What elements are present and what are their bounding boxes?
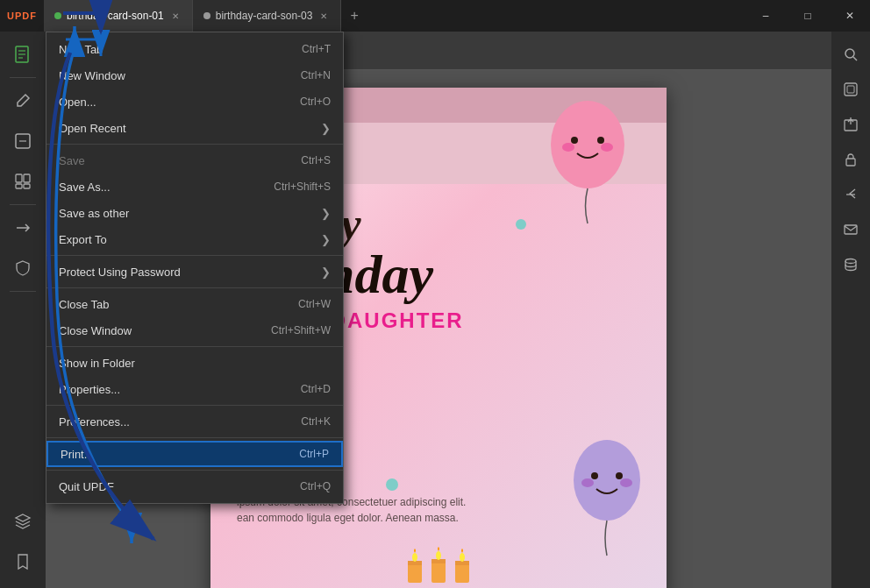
svg-rect-9 bbox=[24, 184, 30, 188]
menu-item-save-as-label: Save As... bbox=[59, 181, 274, 194]
tab-indicator-1 bbox=[54, 12, 61, 19]
svg-point-12 bbox=[597, 137, 604, 144]
menu-item-properties[interactable]: Properties... Ctrl+D bbox=[46, 376, 343, 402]
svg-point-36 bbox=[845, 259, 856, 264]
svg-line-30 bbox=[853, 57, 857, 60]
maximize-button[interactable]: □ bbox=[788, 0, 828, 32]
file-dropdown: New Tab Ctrl+T New Window Ctrl+N Open...… bbox=[46, 32, 344, 504]
svg-rect-7 bbox=[24, 174, 30, 182]
menu-item-close-window[interactable]: Close Window Ctrl+Shift+W bbox=[46, 317, 343, 344]
svg-point-18 bbox=[581, 478, 594, 487]
menu-item-open-recent-arrow: ❯ bbox=[321, 122, 331, 135]
menu-item-new-tab[interactable]: New Tab Ctrl+T bbox=[46, 36, 343, 62]
right-icon-ocr[interactable] bbox=[835, 74, 866, 105]
svg-point-10 bbox=[551, 101, 624, 188]
menu-divider-1 bbox=[46, 144, 343, 145]
menu-item-save[interactable]: Save Ctrl+S bbox=[46, 147, 343, 174]
menu-item-new-tab-shortcut: Ctrl+T bbox=[302, 43, 331, 55]
candles-area bbox=[403, 543, 474, 587]
menu-item-quit-shortcut: Ctrl+Q bbox=[300, 480, 331, 492]
menu-item-preferences-label: Preferences... bbox=[59, 415, 301, 429]
left-sidebar bbox=[0, 32, 46, 588]
svg-point-13 bbox=[562, 143, 574, 152]
menu-item-preferences-shortcut: Ctrl+K bbox=[301, 415, 331, 428]
menu-item-export-to-arrow: ❯ bbox=[321, 233, 331, 246]
menu-item-properties-shortcut: Ctrl+D bbox=[301, 383, 331, 395]
tab-label-1: birthday-card-son-01 bbox=[67, 10, 164, 22]
menu-divider-6 bbox=[46, 437, 343, 438]
minimize-button[interactable]: – bbox=[745, 0, 786, 32]
menu-item-new-window[interactable]: New Window Ctrl+N bbox=[46, 62, 343, 89]
menu-item-show-in-folder-label: Show in Folder bbox=[59, 357, 331, 370]
menu-item-properties-label: Properties... bbox=[59, 383, 301, 396]
svg-point-11 bbox=[571, 137, 578, 144]
right-icon-database[interactable] bbox=[835, 249, 866, 280]
right-icon-email[interactable] bbox=[835, 214, 866, 245]
menu-item-close-tab[interactable]: Close Tab Ctrl+W bbox=[46, 291, 343, 317]
balloon-purple bbox=[566, 435, 649, 561]
tab-close-1[interactable]: ✕ bbox=[169, 11, 182, 22]
menu-item-close-tab-label: Close Tab bbox=[59, 298, 298, 311]
menu-item-new-window-label: New Window bbox=[59, 69, 301, 82]
svg-point-19 bbox=[620, 478, 632, 487]
menu-item-close-window-label: Close Window bbox=[59, 324, 271, 337]
sidebar-icon-organize[interactable] bbox=[4, 162, 42, 201]
svg-point-28 bbox=[460, 553, 465, 562]
right-icon-search[interactable] bbox=[835, 39, 866, 70]
svg-point-14 bbox=[601, 143, 613, 152]
menu-item-new-window-shortcut: Ctrl+N bbox=[301, 69, 331, 81]
window-controls: – □ ✕ bbox=[745, 0, 870, 32]
menu-item-open[interactable]: Open... Ctrl+O bbox=[46, 89, 343, 115]
menu-item-protect-password[interactable]: Protect Using Password ❯ bbox=[46, 259, 343, 285]
menu-item-quit-label: Quit UPDF bbox=[59, 480, 300, 493]
right-icon-export[interactable] bbox=[835, 109, 866, 140]
sidebar-icon-protect[interactable] bbox=[4, 249, 42, 287]
svg-point-25 bbox=[436, 551, 441, 560]
menu-item-open-recent-label: Open Recent bbox=[59, 122, 314, 135]
menu-item-save-as-other-label: Save as other bbox=[59, 207, 314, 220]
deco-dot-bc bbox=[386, 478, 398, 491]
menu-item-quit[interactable]: Quit UPDF Ctrl+Q bbox=[46, 473, 343, 499]
menu-item-protect-password-label: Protect Using Password bbox=[59, 266, 314, 279]
menu-item-print[interactable]: Print... Ctrl+P bbox=[46, 441, 343, 467]
sidebar-icon-annotate[interactable] bbox=[4, 122, 42, 160]
sidebar-divider-1 bbox=[10, 77, 36, 78]
right-icon-protect[interactable] bbox=[835, 144, 866, 175]
menu-item-preferences[interactable]: Preferences... Ctrl+K bbox=[46, 408, 343, 435]
tab-birthday-son-01[interactable]: birthday-card-son-01 ✕ bbox=[44, 0, 193, 32]
deco-dot-mid bbox=[516, 219, 526, 230]
tab-close-2[interactable]: ✕ bbox=[317, 11, 330, 22]
sidebar-icon-bookmark[interactable] bbox=[4, 542, 42, 581]
sidebar-icon-layers[interactable] bbox=[4, 502, 42, 541]
menu-item-print-shortcut: Ctrl+P bbox=[299, 448, 329, 460]
menu-item-save-label: Save bbox=[59, 154, 301, 167]
sidebar-icon-edit[interactable] bbox=[4, 81, 42, 120]
sidebar-icon-pages[interactable] bbox=[4, 35, 42, 74]
svg-point-16 bbox=[591, 472, 598, 479]
close-button[interactable]: ✕ bbox=[830, 0, 870, 32]
right-sidebar bbox=[831, 32, 870, 588]
svg-rect-31 bbox=[845, 83, 857, 96]
menu-item-save-as-other[interactable]: Save as other ❯ bbox=[46, 200, 343, 226]
svg-rect-8 bbox=[16, 184, 22, 188]
svg-rect-34 bbox=[846, 159, 855, 166]
balloon-pink bbox=[544, 96, 631, 231]
app-logo: UPDF bbox=[0, 0, 44, 32]
sidebar-icon-convert[interactable] bbox=[4, 209, 42, 247]
menu-item-save-as[interactable]: Save As... Ctrl+Shift+S bbox=[46, 174, 343, 200]
menu-item-show-in-folder[interactable]: Show in Folder bbox=[46, 350, 343, 376]
new-tab-button[interactable]: + bbox=[341, 0, 367, 32]
tab-birthday-son-03[interactable]: birthday-card-son-03 ✕ bbox=[193, 0, 342, 32]
menu-divider-2 bbox=[46, 255, 343, 256]
menu-item-save-as-other-arrow: ❯ bbox=[321, 207, 331, 220]
menu-item-save-as-shortcut: Ctrl+Shift+S bbox=[274, 181, 331, 193]
svg-rect-6 bbox=[16, 174, 22, 182]
menu-item-open-recent[interactable]: Open Recent ❯ bbox=[46, 115, 343, 141]
svg-point-17 bbox=[616, 472, 623, 479]
title-bar: UPDF birthday-card-son-01 ✕ birthday-car… bbox=[0, 0, 870, 32]
right-icon-share[interactable] bbox=[835, 179, 866, 210]
sidebar-divider-2 bbox=[10, 204, 36, 205]
sidebar-divider-3 bbox=[10, 291, 36, 292]
menu-item-print-label: Print... bbox=[61, 448, 299, 461]
menu-item-export-to[interactable]: Export To ❯ bbox=[46, 226, 343, 252]
